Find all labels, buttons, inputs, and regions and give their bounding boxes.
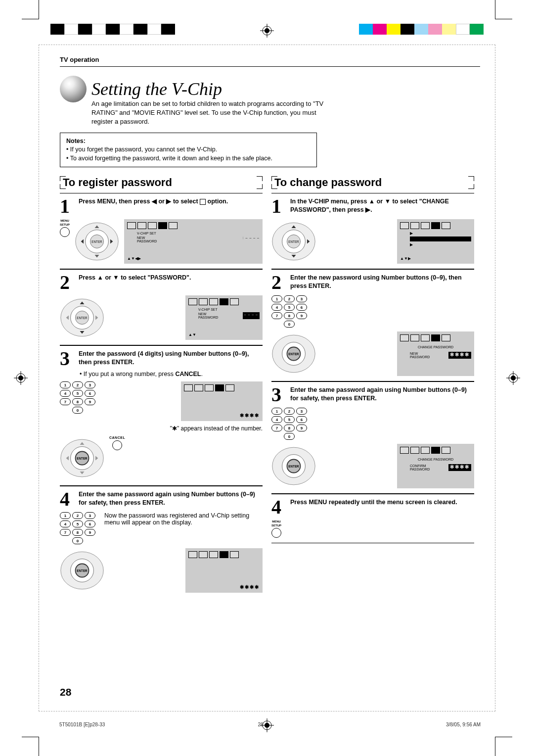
registration-mark-left xyxy=(14,371,28,385)
step-number: 1 xyxy=(60,197,75,215)
step-text: Press MENU repeatedly until the menu scr… xyxy=(290,498,474,516)
step-number: 3 xyxy=(60,350,75,368)
step-4-change: 4 Press MENU repeatedly until the menu s… xyxy=(271,494,474,543)
notes-heading: Notes: xyxy=(66,137,311,146)
notes-item: • If you forget the password, you cannot… xyxy=(66,145,311,154)
color-bar-right xyxy=(359,24,484,35)
page-title: Setting the V-Chip xyxy=(91,79,222,99)
step-result-note: Now the password was registered and V-Ch… xyxy=(104,512,253,544)
vchip-tab-icon xyxy=(200,199,206,205)
step-number: 1 xyxy=(271,197,286,215)
keypad-illus: 1234567890 xyxy=(60,512,95,544)
decorative-sphere-icon xyxy=(60,76,87,102)
svg-text:ENTER: ENTER xyxy=(288,352,299,356)
menu-button-illus: MENUSETUP xyxy=(60,219,70,264)
divider xyxy=(60,66,480,67)
registration-mark-top xyxy=(260,24,274,38)
registration-mark-right xyxy=(506,371,520,385)
osd-illus: V-CHIP SET NEWPASSWORD– – – – ▲▼ xyxy=(185,295,263,340)
dpad-illus: ENTER xyxy=(60,548,104,593)
step-3-change: 3 Enter the same password again using Nu… xyxy=(271,381,474,494)
svg-text:ENTER: ENTER xyxy=(91,240,102,243)
step-2-register: 2 Press ▲ or ▼ to select "PASSWORD". ENT… xyxy=(60,269,263,345)
crop-marks-bottom xyxy=(0,711,534,756)
keypad-illus: 1234567890 xyxy=(271,408,307,440)
osd-illus: ✱✱✱✱ xyxy=(185,548,263,593)
dpad-illus: ENTER xyxy=(60,295,104,340)
osd-illus: ▶ ▶ ▲▼▶ xyxy=(397,219,474,264)
osd-illus: ✱✱✱✱ xyxy=(181,381,263,421)
step-text: Enter the password (4 digits) using Numb… xyxy=(79,350,263,368)
section-header: TV operation xyxy=(60,56,480,63)
step-3-register: 3 Enter the password (4 digits) using Nu… xyxy=(60,345,263,486)
column-heading-frame: To change password xyxy=(271,176,474,189)
svg-text:ENTER: ENTER xyxy=(77,316,88,320)
keypad-illus: 1234567890 xyxy=(271,295,307,328)
notes-box: Notes: • If you forget the password, you… xyxy=(60,133,317,168)
column-heading-frame: To register password xyxy=(60,176,263,189)
step-note: • If you put a wrong number, press CANCE… xyxy=(80,371,228,378)
step-text: Enter the new password using Number butt… xyxy=(290,274,474,291)
intro-text: An age limitation can be set to forbid c… xyxy=(91,99,329,127)
step-text: Press ▲ or ▼ to select "PASSWORD". xyxy=(79,274,263,291)
menu-button-illus: MENUSETUP xyxy=(271,520,281,538)
svg-text:ENTER: ENTER xyxy=(288,240,299,243)
step-number: 3 xyxy=(271,386,286,404)
svg-text:ENTER: ENTER xyxy=(77,569,88,572)
page-frame: TV operation Setting the V-Chip An age l… xyxy=(39,45,495,711)
osd-illus: CHANGE PASSWORD NEWPASSWORD✱✱✱✱ xyxy=(397,331,474,376)
color-bar-left xyxy=(50,24,175,35)
step-4-register: 4 Enter the same password again using Nu… xyxy=(60,486,263,598)
step-number: 2 xyxy=(271,274,286,291)
step-text: Enter the same password again using Numb… xyxy=(79,490,263,508)
dpad-illus: ENTER xyxy=(75,219,119,264)
svg-text:ENTER: ENTER xyxy=(288,465,299,468)
step-text: Enter the same password again using Numb… xyxy=(290,386,474,404)
step-1-register: 1 Press MENU, then press ◀ or ▶ to selec… xyxy=(60,193,263,269)
column-heading: To change password xyxy=(271,176,474,189)
notes-item: • To avoid forgetting the password, writ… xyxy=(66,154,311,163)
step-number: 4 xyxy=(271,498,286,516)
step-number: 4 xyxy=(60,490,75,508)
cancel-button-illus: CANCEL xyxy=(109,436,125,480)
dpad-illus: ENTER xyxy=(271,219,316,264)
crop-marks-top xyxy=(0,0,534,45)
page-number: 28 xyxy=(60,686,71,698)
svg-text:ENTER: ENTER xyxy=(77,457,88,460)
star-note: "✱" appears instead of the number. xyxy=(60,425,263,432)
column-heading: To register password xyxy=(60,176,263,189)
keypad-illus: 1234567890 xyxy=(60,381,95,421)
step-1-change: 1 In the V-CHIP menu, press ▲ or ▼ to se… xyxy=(271,193,474,269)
dpad-illus: ENTER xyxy=(60,436,104,480)
step-text: In the V-CHIP menu, press ▲ or ▼ to sele… xyxy=(290,197,474,215)
step-2-change: 2 Enter the new password using Number bu… xyxy=(271,269,474,381)
osd-illus: V-CHIP SET NEWPASSWORD: – – – – ▲▼◀▶ xyxy=(124,219,263,264)
step-number: 2 xyxy=(60,274,75,291)
dpad-illus: ENTER xyxy=(271,444,316,488)
dpad-illus: ENTER xyxy=(271,331,316,376)
step-text: Press MENU, then press ◀ or ▶ to select … xyxy=(79,197,263,215)
osd-illus: CHANGE PASSWORD CONFIRMPASSWORD✱✱✱✱ xyxy=(397,444,474,488)
